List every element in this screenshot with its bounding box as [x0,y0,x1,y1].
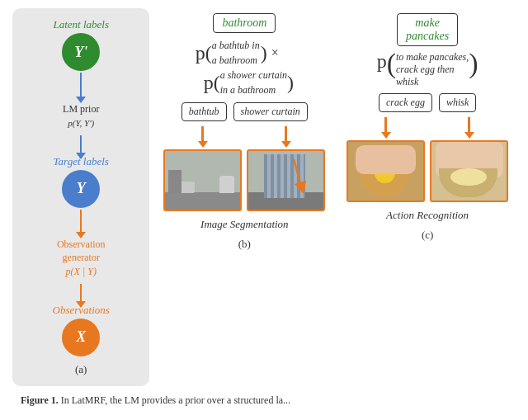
caption-text: In LatMRF, the LM provides a prior over … [61,394,290,406]
paren-close-b2: ) [287,73,294,92]
egg-hand [356,145,416,175]
action-recognition-label: Action Recognition [386,209,469,222]
arrow-b2 [281,126,291,148]
panel-c: make pancakes p ( to make pancakes, crac… [339,8,516,247]
images-row-c [346,140,508,202]
arrow-to-y [80,135,82,153]
paren-open-b1: p [196,43,205,63]
arrows-b [161,126,328,148]
crack-egg-image [346,140,425,202]
bathroom-image [163,149,242,211]
sublabel-c1: crack egg [379,93,432,112]
figure-caption: Figure 1. In LatMRF, the LM provides a p… [12,386,516,408]
shaft-c1 [384,117,387,132]
curtain-arrow-svg [248,151,323,210]
panel-b-top-label: bathroom [213,13,276,33]
head-b2 [281,141,291,148]
paren-b1: ( [205,43,212,63]
shaft-c2 [468,117,470,132]
sublabel-c2: whisk [439,93,476,112]
shaft-b2 [285,126,287,141]
egg-bg [348,142,423,201]
paren-b2: ( [214,73,220,92]
images-row-b [163,149,325,211]
big-paren-close-c: ) [469,51,478,77]
whisk-bg [431,142,507,201]
whisk-image [430,140,508,202]
head-b1 [198,141,208,148]
svg-line-0 [294,159,302,188]
y-prime-node: Y' [62,33,100,71]
arrows-c [344,117,511,139]
arrow-c1 [381,117,391,139]
figure-label: Figure 1. [21,394,59,406]
panel-a: Latent labels Y' LM prior p(Y, Y') Targe… [12,8,149,386]
head-c2 [464,132,474,139]
times-b: × [271,43,280,63]
panel-b-label: (b) [238,238,251,251]
obs-gen-label: Observation generator p(X | Y) [57,238,106,279]
bathroom-toilet [219,176,234,193]
bathroom-bg [165,151,240,210]
shaft-b1 [201,126,204,141]
arrow-c2 [464,117,474,139]
arrow-to-x [80,284,82,302]
bathroom-floor [165,192,240,210]
panel-c-top-label: make pancakes [397,13,458,46]
prob-text-b2: a shower curtain in a bathroom [220,68,287,97]
big-paren-open-c: ( [387,51,396,77]
y-node: Y [62,170,100,208]
sublabel-b1: bathtub [182,102,227,121]
figures-row: Latent labels Y' LM prior p(Y, Y') Targe… [12,8,516,386]
arrow-b1 [198,126,208,148]
bathroom-curtain [168,170,182,193]
main-container: Latent labels Y' LM prior p(Y, Y') Targe… [0,0,528,412]
panel-c-label: (c) [422,229,433,242]
shower-curtain-image [247,149,325,211]
prob-text-c: to make pancakes, crack egg then whisk [396,51,469,88]
panel-a-label: (a) [75,363,87,376]
sub-labels-row-c: crack egg whisk [379,93,476,112]
paren-open-b2: p [204,73,214,92]
sub-labels-row-b: bathtub shower curtain [182,102,308,121]
panel-b: bathroom p ( a bathtub in a bathroom ) ×… [156,8,332,256]
prob-text-b1: a bathtub in a bathroom [212,38,260,68]
lm-prior-label: LM prior p(Y, Y') [63,102,99,130]
x-node: X [62,319,100,356]
latent-labels-text: Latent labels [53,18,109,31]
arrow-obs-gen [80,210,82,233]
shower-bg [248,151,323,210]
image-segmentation-label: Image Segmentation [200,218,289,231]
whisk-mix [450,168,487,186]
sublabel-b2: shower curtain [233,102,308,121]
head-c1 [381,132,391,139]
paren-close-b1: ) [261,43,267,63]
paren-open-c: p [377,51,387,71]
arrow-lm-prior [80,73,82,97]
